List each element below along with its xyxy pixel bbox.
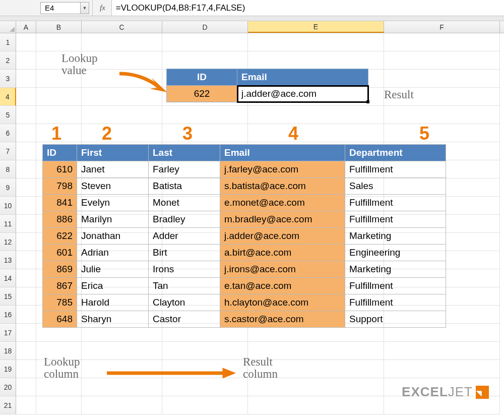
select-all-corner[interactable] (0, 21, 16, 33)
row-header[interactable]: 11 (0, 215, 16, 233)
row-header[interactable]: 21 (0, 396, 16, 414)
row-header[interactable]: 12 (0, 233, 16, 251)
row-header[interactable]: 16 (0, 306, 16, 324)
col-header-C[interactable]: C (82, 21, 162, 33)
data-cell-id[interactable]: 869 (43, 261, 77, 278)
spreadsheet-grid[interactable]: A B C D E F 1234567891011121314151617181… (0, 21, 504, 420)
cell[interactable] (16, 33, 36, 51)
row-header[interactable]: 3 (0, 70, 16, 88)
col-header-A[interactable]: A (16, 21, 36, 33)
row-header[interactable]: 18 (0, 342, 16, 360)
data-cell-dept[interactable]: Support (345, 311, 446, 328)
cell[interactable] (36, 88, 82, 106)
cell[interactable] (16, 396, 36, 414)
data-cell-dept[interactable]: Fulfillment (345, 294, 446, 311)
row-header[interactable]: 1 (0, 33, 16, 51)
col-header-B[interactable]: B (36, 21, 82, 33)
row-header[interactable]: 20 (0, 378, 16, 396)
data-cell-email[interactable]: a.birt@ace.com (220, 245, 345, 261)
data-cell-dept[interactable]: Sales (345, 178, 446, 195)
data-cell-email[interactable]: j.irons@ace.com (220, 261, 345, 278)
cell[interactable] (16, 142, 36, 160)
data-cell-first[interactable]: Julie (77, 261, 149, 278)
cell[interactable] (16, 215, 36, 233)
data-cell-dept[interactable]: Engineering (345, 245, 446, 261)
formula-bar[interactable] (112, 0, 504, 16)
data-cell-last[interactable]: Birt (149, 245, 220, 261)
data-cell-email[interactable]: s.batista@ace.com (220, 178, 345, 195)
data-cell-email[interactable]: j.adder@ace.com (220, 228, 345, 245)
mini-cell-email[interactable]: j.adder@ace.com (237, 86, 368, 102)
cell[interactable] (384, 342, 500, 360)
cell[interactable] (36, 396, 82, 414)
cell[interactable] (384, 70, 500, 88)
data-cell-first[interactable]: Jonathan (77, 228, 149, 245)
data-cell-last[interactable]: Clayton (149, 294, 220, 311)
data-cell-id[interactable]: 867 (43, 278, 77, 294)
cell[interactable] (162, 33, 248, 51)
data-cell-id[interactable]: 841 (43, 195, 77, 211)
data-cell-first[interactable]: Sharyn (77, 311, 149, 328)
data-cell-first[interactable]: Marilyn (77, 211, 149, 228)
cell[interactable] (384, 360, 500, 378)
cell[interactable] (384, 33, 500, 51)
data-cell-last[interactable]: Castor (149, 311, 220, 328)
data-cell-dept[interactable]: Marketing (345, 228, 446, 245)
data-cell-first[interactable]: Adrian (77, 245, 149, 261)
row-header[interactable]: 2 (0, 51, 16, 70)
cell[interactable] (162, 342, 248, 360)
fx-icon[interactable]: fx (96, 4, 108, 12)
cell[interactable] (248, 378, 384, 396)
row-header[interactable]: 8 (0, 160, 16, 178)
data-cell-first[interactable]: Erica (77, 278, 149, 294)
row-header[interactable]: 4 (0, 88, 16, 106)
data-cell-dept[interactable]: Fulfillment (345, 195, 446, 211)
data-cell-last[interactable]: Monet (149, 195, 220, 211)
cell[interactable] (36, 378, 82, 396)
cell[interactable] (16, 287, 36, 306)
data-cell-id[interactable]: 622 (43, 228, 77, 245)
cell[interactable] (16, 269, 36, 287)
cell[interactable] (384, 51, 500, 70)
col-header-D[interactable]: D (162, 21, 248, 33)
data-cell-first[interactable]: Harold (77, 294, 149, 311)
data-cell-email[interactable]: h.clayton@ace.com (220, 294, 345, 311)
cell[interactable] (16, 160, 36, 178)
cell[interactable] (162, 51, 248, 70)
col-header-E[interactable]: E (248, 21, 384, 33)
cell[interactable] (36, 106, 82, 124)
data-cell-email[interactable]: e.monet@ace.com (220, 195, 345, 211)
row-header[interactable]: 5 (0, 106, 16, 124)
data-cell-id[interactable]: 798 (43, 178, 77, 195)
cell[interactable] (162, 396, 248, 414)
cell[interactable] (16, 178, 36, 197)
data-cell-id[interactable]: 785 (43, 294, 77, 311)
data-cell-id[interactable]: 610 (43, 161, 77, 178)
data-cell-dept[interactable]: Fulfillment (345, 161, 446, 178)
data-cell-id[interactable]: 886 (43, 211, 77, 228)
data-cell-first[interactable]: Steven (77, 178, 149, 195)
data-cell-last[interactable]: Adder (149, 228, 220, 245)
cell[interactable] (16, 197, 36, 215)
data-cell-id[interactable]: 648 (43, 311, 77, 328)
data-cell-email[interactable]: e.tan@ace.com (220, 278, 345, 294)
cell[interactable] (16, 106, 36, 124)
cell[interactable] (82, 396, 162, 414)
data-cell-email[interactable]: s.castor@ace.com (220, 311, 345, 328)
cell[interactable] (16, 124, 36, 142)
cell[interactable] (36, 33, 82, 51)
cell[interactable] (248, 33, 384, 51)
cell[interactable] (16, 233, 36, 251)
cell[interactable] (82, 33, 162, 51)
row-header[interactable]: 14 (0, 269, 16, 287)
cell[interactable] (248, 106, 384, 124)
cell[interactable] (16, 378, 36, 396)
cell[interactable] (16, 70, 36, 88)
data-cell-last[interactable]: Irons (149, 261, 220, 278)
row-header[interactable]: 17 (0, 324, 16, 342)
cell[interactable] (16, 88, 36, 106)
name-box[interactable]: E4 (40, 2, 80, 14)
cell[interactable] (16, 342, 36, 360)
mini-cell-id[interactable]: 622 (167, 86, 237, 102)
data-cell-dept[interactable]: Marketing (345, 261, 446, 278)
